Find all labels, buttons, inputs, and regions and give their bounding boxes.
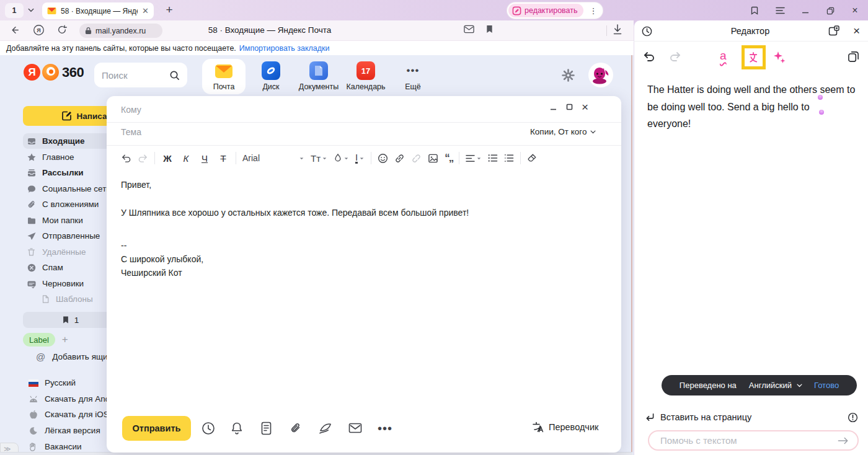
open-in-window-icon[interactable] [828, 25, 839, 37]
sidebar-item-my-folders[interactable]: Мои папки [23, 213, 118, 228]
sidebar-item-templates[interactable]: Шаблоны [37, 291, 118, 307]
bullet-list-icon[interactable] [488, 154, 498, 162]
download-icon[interactable] [613, 24, 622, 35]
translator-button[interactable]: Переводчик [531, 421, 598, 433]
align-button[interactable] [466, 154, 482, 162]
editor-panel-close-icon[interactable]: × [853, 24, 860, 38]
browser-tab[interactable]: 58 · Входящие — Яндек ✕ [42, 2, 154, 19]
editor-undo-icon[interactable] [642, 51, 655, 63]
new-tab-button[interactable]: + [161, 2, 177, 18]
yandex-profile-icon[interactable]: Я [33, 24, 45, 36]
bookmarked-messages[interactable]: 1 [23, 312, 118, 328]
redo-icon[interactable] [138, 154, 148, 163]
selection-handle[interactable] [818, 95, 823, 100]
compose-expand-icon[interactable] [566, 104, 573, 110]
sidebar-panels-icon[interactable] [748, 5, 761, 16]
settings-gear-icon[interactable] [562, 69, 575, 82]
envelope-icon[interactable] [348, 423, 362, 433]
sidebar-item-inbox[interactable]: Входящие [23, 133, 118, 149]
cc-from-toggle[interactable]: Копии, От кого [530, 127, 596, 136]
bold-button[interactable]: Ж [161, 153, 174, 164]
ai-prompt-field[interactable] [648, 430, 859, 451]
font-family-select[interactable]: Arial [242, 153, 304, 163]
bookmarks-import-link[interactable]: Импортировать закладки [239, 44, 330, 53]
edit-extension-menu-icon[interactable]: ⋮ [586, 6, 601, 15]
ai-prompt-input[interactable] [660, 435, 838, 446]
language-link[interactable]: Русский [28, 375, 76, 391]
app-documents[interactable]: Документы [297, 61, 340, 91]
body-line[interactable]: У Шляпника все хорошо у остальных кажетс… [121, 208, 469, 218]
bookmark-icon[interactable] [485, 24, 494, 34]
subject-field[interactable]: Тема [121, 127, 141, 137]
editor-redo-icon[interactable] [669, 51, 682, 63]
app-disk[interactable]: Диск [249, 61, 293, 91]
sidebar-item-social[interactable]: Социальные сети [23, 181, 118, 197]
emoji-icon[interactable] [378, 153, 388, 164]
add-label-button[interactable]: + [62, 334, 68, 346]
window-restore-icon[interactable] [824, 5, 836, 16]
body-line[interactable]: Чеширский Кот [121, 268, 182, 278]
app-mail[interactable]: Почта [202, 61, 246, 91]
more-options-icon[interactable]: ••• [378, 422, 392, 436]
edit-extension-button[interactable]: редактировать [508, 4, 583, 17]
light-version-link[interactable]: Лёгкая версия [28, 423, 100, 438]
yandex-logo-icon[interactable]: Я [24, 64, 40, 81]
font-size-select[interactable]: Tт [311, 153, 327, 164]
insert-image-icon[interactable] [428, 153, 438, 164]
sidebar-item-sent[interactable]: Отправленные [23, 228, 118, 244]
refresh-icon[interactable] [57, 25, 67, 35]
signature-pen-icon[interactable] [319, 422, 333, 435]
underline-button[interactable]: Ч [198, 153, 211, 164]
sidebar-item-newsletters[interactable]: Рассылки [23, 165, 118, 180]
body-line[interactable]: -- [121, 241, 126, 250]
app-more[interactable]: ••• Ещё [391, 61, 435, 91]
notes-icon[interactable] [261, 422, 272, 435]
sidebar-item-deleted[interactable]: Удалённые [23, 244, 118, 260]
history-icon[interactable] [641, 25, 653, 37]
compose-close-icon[interactable]: × [582, 103, 588, 111]
browser-menu-icon[interactable] [774, 5, 786, 16]
submit-arrow-icon[interactable] [838, 436, 849, 445]
tab-counter-button[interactable]: 1 [5, 3, 24, 18]
quote-icon[interactable]: “„ [445, 152, 453, 164]
italic-button[interactable]: К [180, 153, 192, 164]
body-line[interactable]: С широкой улыбкой, [121, 254, 203, 264]
label-tag[interactable]: Label [23, 333, 55, 347]
app-calendar[interactable]: 17 Календарь [344, 61, 388, 91]
browser-split-line[interactable] [631, 55, 632, 455]
compose-minimize-icon[interactable] [549, 103, 557, 111]
numbered-list-icon[interactable] [504, 154, 514, 162]
window-minimize-icon[interactable] [799, 5, 812, 16]
search-box[interactable] [94, 63, 187, 87]
done-button[interactable]: Готово [814, 381, 839, 390]
search-icon[interactable] [169, 70, 180, 81]
translate-icon[interactable] [748, 51, 760, 63]
translated-text[interactable]: The Hatter is doing well and the others … [647, 81, 856, 133]
ai-improve-icon[interactable] [773, 50, 786, 64]
insert-to-page-row[interactable]: Вставить на страницу [645, 410, 858, 424]
undo-icon[interactable] [121, 154, 131, 163]
back-icon[interactable] [9, 25, 20, 35]
mail-notify-icon[interactable] [464, 25, 474, 33]
strikethrough-button[interactable]: Т [217, 153, 229, 164]
body-line[interactable]: Привет, [121, 180, 151, 190]
send-button[interactable]: Отправить [122, 416, 191, 441]
attach-file-icon[interactable] [290, 422, 302, 435]
window-close-icon[interactable]: × [849, 5, 861, 16]
reminder-bell-icon[interactable] [231, 422, 243, 435]
download-ios-link[interactable]: Скачать для iOS [28, 407, 109, 422]
search-input[interactable] [102, 70, 164, 81]
copy-icon[interactable] [848, 51, 859, 63]
text-color-button[interactable]: I [355, 152, 365, 164]
user-avatar[interactable] [588, 63, 613, 87]
sidebar-item-drafts[interactable]: Черновики [23, 276, 118, 291]
language-select[interactable]: Английский [749, 381, 803, 390]
sidebar-item-main[interactable]: Главное [23, 149, 118, 165]
logo-360-text[interactable]: 360 [62, 64, 84, 81]
info-icon[interactable] [848, 412, 858, 423]
link-icon[interactable] [394, 153, 405, 164]
schedule-send-icon[interactable] [202, 422, 215, 435]
tab-close-icon[interactable]: ✕ [142, 6, 149, 15]
sidebar-item-attachments[interactable]: С вложениями [23, 197, 118, 212]
tab-list-chevron-icon[interactable] [27, 6, 35, 14]
